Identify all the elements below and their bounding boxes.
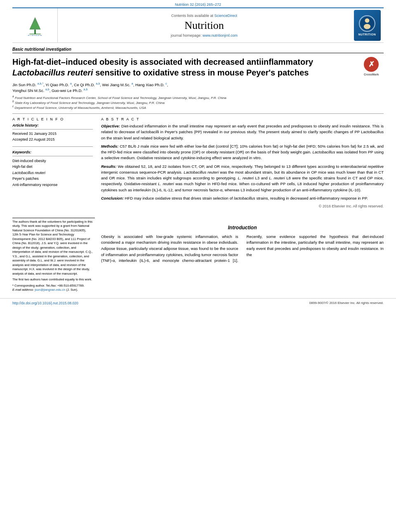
bottom-links: http://dx.doi.org/10.1016/j.nut.2015.08.… xyxy=(0,298,396,307)
nutrition-badge: NUTRITION xyxy=(351,8,384,42)
section-divider xyxy=(12,113,384,114)
copyright-line: © 2016 Elsevier Inc. All rights reserved… xyxy=(101,204,384,210)
received-date: Received 31 January 2015 xyxy=(12,131,93,137)
email-suffix: (J. Sun). xyxy=(66,288,78,292)
badge-circle xyxy=(359,15,375,32)
keywords-label: Keywords: xyxy=(12,150,93,154)
keyword-2: High-fat diet xyxy=(12,164,93,169)
info-divider-1 xyxy=(12,129,93,129)
methods-text: C57 BL/6 J male mice were fed with eithe… xyxy=(101,144,384,160)
journal-name: Nutrition xyxy=(184,19,224,32)
authors-line: Jin Sun Ph.D. a,b,*, Yi Qiao Ph.D. a, Ce… xyxy=(12,82,384,94)
abstract-results: Results: We obtained 52, 18, and 22 isol… xyxy=(101,164,384,193)
article-body: Basic nutritional investigation High-fat… xyxy=(12,43,384,214)
two-col-layout: A R T I C L E I N F O Article history: R… xyxy=(12,117,384,210)
affil-a: a Food Nutrition and Functional Factors … xyxy=(12,96,384,100)
citation-text: Nutrition 32 (2016) 265–272 xyxy=(175,2,221,7)
introduction-title: Introduction xyxy=(101,225,384,231)
svg-rect-0 xyxy=(34,29,36,34)
homepage-line: journal homepage: www.nutritionjrnl.com xyxy=(171,33,238,38)
introduction-text: Obesity is associated with low-grade sys… xyxy=(101,234,384,264)
footnote-divider xyxy=(12,218,95,218)
affil-b: b State Key Laboratory of Food Science a… xyxy=(12,101,384,105)
elsevier-logo-svg: ELSEVIER xyxy=(21,15,50,36)
results-text: We obtained 52, 18, and 22 isolates from… xyxy=(101,164,384,192)
abstract-methods: Methods: C57 BL/6 J male mice were fed w… xyxy=(101,144,384,161)
objective-text: Diet-induced inflammation in the small i… xyxy=(101,124,384,140)
keywords-section: Keywords: Diet-induced obesity High-fat … xyxy=(12,150,93,188)
objective-label: Objective: xyxy=(101,124,120,128)
crossmark-badge[interactable]: ✗ CrossMark xyxy=(359,56,384,77)
left-column: A R T I C L E I N F O Article history: R… xyxy=(12,117,93,210)
author-email[interactable]: jsun@jiangnan.edu.cn xyxy=(35,288,65,292)
corresponding-info: * Corresponding author. Tel./fax: +86-51… xyxy=(12,284,93,292)
equal-contribution: The first two authors have contributed e… xyxy=(12,278,93,282)
conclusion-label: Conclusion: xyxy=(101,196,124,200)
title-text: High-fat-diet–induced obesity is associa… xyxy=(12,57,313,77)
nutrition-badge-img: NUTRITION xyxy=(354,10,381,41)
svg-marker-2 xyxy=(30,21,40,28)
crossmark-circle: ✗ xyxy=(364,57,379,72)
history-label: Article history: xyxy=(12,123,93,127)
svg-text:ELSEVIER: ELSEVIER xyxy=(28,34,42,35)
keywords-divider xyxy=(12,146,93,147)
keywords-list: Diet-induced obesity High-fat diet Lacto… xyxy=(12,158,93,188)
journal-citation: Nutrition 32 (2016) 265–272 xyxy=(0,0,396,7)
article-title: High-fat-diet–induced obesity is associa… xyxy=(12,56,384,78)
affil-c: c Department of Food Science, University… xyxy=(12,106,384,110)
svg-point-7 xyxy=(364,24,370,29)
article-info-header: A R T I C L E I N F O xyxy=(12,117,93,121)
crossmark-label: CrossMark xyxy=(364,73,379,76)
page-wrapper: Nutrition 32 (2016) 265–272 ELSEVIER Con… xyxy=(0,0,396,307)
accepted-date: Accepted 22 August 2015 xyxy=(12,137,93,143)
sciencedirect-link[interactable]: ScienceDirect xyxy=(214,14,238,18)
category-label: Basic nutritional investigation xyxy=(12,47,384,53)
acknowledgment-text: The authors thank all the volunteers for… xyxy=(12,220,93,276)
abstract-objective: Objective: Diet-induced inflammation in … xyxy=(101,123,384,141)
svg-point-6 xyxy=(365,18,370,23)
footnote-left: The authors thank all the volunteers for… xyxy=(12,220,93,292)
elsevier-logo-box: ELSEVIER xyxy=(12,8,58,42)
sup-g: a,b xyxy=(84,88,88,91)
keyword-3: Lactobacillus reuteri xyxy=(12,170,93,176)
info-divider-2 xyxy=(12,156,93,156)
abstract-conclusion: Conclusion: HFD may induce oxidative str… xyxy=(101,195,384,201)
keyword-1: Diet-induced obesity xyxy=(12,158,93,164)
affiliations: a Food Nutrition and Functional Factors … xyxy=(12,96,384,111)
sup-d: a xyxy=(132,82,133,85)
journal-header: ELSEVIER Contents lists available at Sci… xyxy=(12,7,384,43)
results-label: Results: xyxy=(101,164,116,169)
sup-c: a,b xyxy=(96,82,100,85)
methods-label: Methods: xyxy=(101,144,118,148)
sup-f: a,b xyxy=(45,88,50,91)
sup-b: a xyxy=(70,82,72,85)
right-column: A B S T R A C T Objective: Diet-induced … xyxy=(101,117,384,210)
sup-a: a,b,* xyxy=(38,82,43,85)
conclusion-text: HFD may induce oxidative stress that dri… xyxy=(125,196,368,200)
contents-line: Contents lists available at ScienceDirec… xyxy=(171,14,237,18)
journal-center: Contents lists available at ScienceDirec… xyxy=(58,8,351,42)
keyword-5: Anti-inflammatory response xyxy=(12,182,93,188)
sup-e: c xyxy=(165,82,167,85)
article-history-section: Article history: Received 31 January 201… xyxy=(12,123,93,142)
footnote-right: Introduction Obesity is associated with … xyxy=(101,220,384,292)
issn-line: 0899-9007/© 2016 Elsevier Inc. All right… xyxy=(309,301,384,305)
footnote-area: The authors thank all the volunteers for… xyxy=(0,220,396,297)
badge-label: NUTRITION xyxy=(358,33,376,36)
homepage-url[interactable]: www.nutritionjrnl.com xyxy=(203,33,238,38)
doi-link[interactable]: http://dx.doi.org/10.1016/j.nut.2015.08.… xyxy=(12,301,78,305)
keyword-4: Peyer's patches xyxy=(12,176,93,181)
abstract-section: Objective: Diet-induced inflammation in … xyxy=(101,123,384,210)
email-label: E-mail address: xyxy=(12,288,34,292)
abstract-header: A B S T R A C T xyxy=(101,117,384,121)
